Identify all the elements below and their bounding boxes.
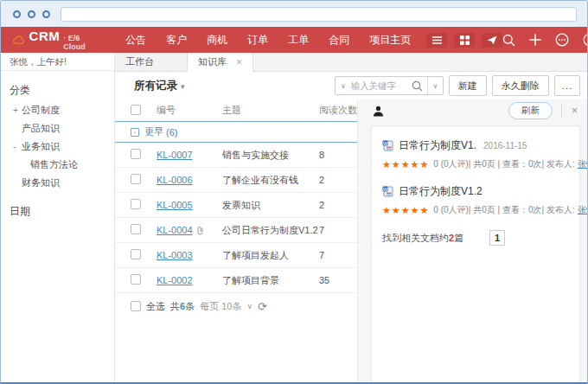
document-result[interactable]: W 日常行为制度V1.2 ★★★★★ 0 (0人评)| 共0页 | 查看：0次|… bbox=[382, 184, 569, 216]
table-header: 编号 主题 阅读次数 bbox=[115, 99, 357, 121]
new-button[interactable]: 新建 bbox=[449, 75, 487, 96]
window-control-dot[interactable] bbox=[42, 10, 50, 18]
document-title[interactable]: 日常行为制度V1. bbox=[399, 138, 476, 153]
refresh-button[interactable]: 刷新 bbox=[508, 102, 553, 119]
document-title[interactable]: 日常行为制度V1.2 bbox=[399, 184, 483, 199]
group-row-earlier[interactable]: - 更早 (6) bbox=[115, 121, 357, 143]
nav-item-workorders[interactable]: 工单 bbox=[288, 33, 309, 48]
row-checkbox[interactable] bbox=[131, 149, 141, 159]
tab-workbench[interactable]: 工作台 bbox=[115, 53, 188, 71]
record-number-link[interactable]: KL-0006 bbox=[157, 175, 193, 185]
table-row[interactable]: KL-0005 发票知识 2 bbox=[115, 193, 357, 218]
category-tree: + 公司制度 产品知识 - 业务知识 销售方法论 财务知识 bbox=[1, 101, 114, 192]
nav-item-project-home[interactable]: 项目主页 bbox=[369, 33, 411, 48]
table-row[interactable]: KL-0007 销售与实施交接 8 bbox=[115, 143, 357, 168]
document-result[interactable]: W 日常行为制度V1. 2016-11-15 ★★★★★ 0 (0人评)| 共0… bbox=[382, 138, 569, 170]
refresh-list-icon[interactable]: ⟳ bbox=[258, 300, 267, 313]
record-number-link[interactable]: KL-0005 bbox=[157, 200, 193, 210]
search-options-chevron-icon[interactable]: ∨ bbox=[427, 77, 443, 94]
detail-panel: 刷新 × W 日常行为制度V1. 2016-11-15 ★★★★★ bbox=[364, 99, 587, 382]
tree-item-label: 业务知识 bbox=[22, 140, 60, 153]
window-controls bbox=[13, 10, 50, 18]
app-logo[interactable]: CRM · E/6 Cloud bbox=[13, 29, 91, 51]
result-summary: 找到相关文档约2篇 1 bbox=[382, 230, 569, 246]
tree-item-finance-knowledge[interactable]: 财务知识 bbox=[1, 174, 114, 192]
panel-close-icon[interactable]: × bbox=[561, 104, 587, 118]
record-subject: 了解项目发起人 bbox=[222, 249, 319, 262]
address-bar[interactable] bbox=[61, 7, 577, 22]
collapse-group-icon[interactable]: - bbox=[131, 128, 139, 137]
publisher-link[interactable]: 张悦 bbox=[578, 158, 588, 170]
attachment-icon bbox=[196, 226, 204, 235]
cloud-logo-icon bbox=[13, 35, 25, 46]
row-checkbox[interactable] bbox=[131, 249, 141, 259]
pagination-page-1[interactable]: 1 bbox=[489, 230, 505, 246]
tab-bar: 工作台 知识库 × bbox=[115, 53, 587, 72]
page-size-chevron-icon[interactable]: ∨ bbox=[246, 302, 252, 310]
select-all-checkbox[interactable] bbox=[131, 105, 141, 115]
tree-item-label: 公司制度 bbox=[22, 104, 60, 117]
record-number-link[interactable]: KL-0003 bbox=[157, 250, 193, 260]
table-row[interactable]: KL-0003 了解项目发起人 7 bbox=[115, 243, 357, 268]
add-icon[interactable] bbox=[529, 34, 541, 46]
list-toolbar: 所有记录▾ ∨ ∨ 新建 永久删除 ... bbox=[115, 72, 587, 99]
header-quick-buttons bbox=[426, 33, 502, 48]
sidebar-section-date[interactable]: 日期 bbox=[1, 192, 114, 222]
row-checkbox[interactable] bbox=[131, 199, 141, 209]
tab-knowledge-base[interactable]: 知识库 × bbox=[188, 53, 253, 72]
publisher-link[interactable]: 张悦 bbox=[578, 204, 588, 216]
record-number-link[interactable]: KL-0004 bbox=[157, 225, 193, 235]
rating-stars-icon: ★★★★★ bbox=[382, 205, 429, 216]
table-row[interactable]: KL-0006 了解企业有没有钱 2 bbox=[115, 168, 357, 193]
browser-window: CRM · E/6 Cloud 公告 客户 商机 订单 工单 合同 项目主页 bbox=[0, 0, 588, 384]
record-subject: 了解企业有没有钱 bbox=[222, 174, 319, 187]
list-scrollbar[interactable] bbox=[357, 99, 364, 382]
more-actions-button[interactable]: ... bbox=[554, 75, 580, 96]
menu-list-button[interactable] bbox=[426, 33, 447, 48]
page-size-selector[interactable]: 每页 10条 bbox=[200, 300, 241, 313]
window-control-dot[interactable] bbox=[13, 10, 21, 18]
tab-bar-spacer bbox=[253, 53, 587, 71]
search-icon[interactable] bbox=[502, 34, 515, 47]
more-options-icon[interactable] bbox=[555, 33, 569, 47]
window-control-dot[interactable] bbox=[28, 10, 35, 18]
list-footer: 全选 共6条 每页 10条 ∨ ⟳ bbox=[115, 293, 357, 319]
collapse-icon[interactable]: - bbox=[13, 142, 22, 151]
row-checkbox[interactable] bbox=[131, 224, 141, 234]
tree-item-product-knowledge[interactable]: 产品知识 bbox=[1, 119, 114, 138]
tree-item-company-policy[interactable]: + 公司制度 bbox=[1, 101, 114, 119]
nav-item-customers[interactable]: 客户 bbox=[166, 33, 187, 48]
row-checkbox[interactable] bbox=[131, 174, 141, 184]
content-area: 张悦，上午好! 分类 + 公司制度 产品知识 - 业务知识 销售方法论 bbox=[1, 53, 587, 382]
result-text: 找到相关文档约2篇 bbox=[382, 232, 463, 245]
select-all-checkbox[interactable] bbox=[131, 301, 141, 311]
nav-item-opportunities[interactable]: 商机 bbox=[207, 33, 227, 48]
nav-item-orders[interactable]: 订单 bbox=[247, 33, 268, 48]
nav-item-announcements[interactable]: 公告 bbox=[125, 33, 146, 48]
view-selector[interactable]: 所有记录▾ bbox=[134, 79, 185, 93]
column-header-subject[interactable]: 主题 bbox=[222, 104, 319, 117]
table-row[interactable]: KL-0002 了解项目背景 35 bbox=[115, 268, 357, 293]
record-reads: 35 bbox=[319, 275, 357, 285]
record-list: 编号 主题 阅读次数 - 更早 (6) KL-0007 销售与实施交接 8 bbox=[115, 99, 357, 382]
search-submit[interactable] bbox=[408, 80, 427, 92]
record-number-link[interactable]: KL-0007 bbox=[157, 150, 193, 160]
sidebar-section-category[interactable]: 分类 bbox=[1, 71, 114, 101]
app-header: CRM · E/6 Cloud 公告 客户 商机 订单 工单 合同 项目主页 bbox=[1, 27, 587, 53]
tree-item-sales-methodology[interactable]: 销售方法论 bbox=[1, 156, 114, 174]
apps-grid-button[interactable] bbox=[454, 33, 475, 48]
record-number-link[interactable]: KL-0002 bbox=[157, 275, 193, 285]
tab-close-icon[interactable]: × bbox=[227, 56, 242, 68]
send-button[interactable] bbox=[482, 33, 502, 48]
permanent-delete-button[interactable]: 永久删除 bbox=[492, 75, 549, 96]
search-scope-chevron-icon[interactable]: ∨ bbox=[336, 82, 351, 90]
expand-icon[interactable]: + bbox=[13, 106, 22, 115]
table-row[interactable]: KL-0004 公司日常行为制度V1.2 7 bbox=[115, 218, 357, 243]
recent-clock-icon[interactable] bbox=[583, 33, 588, 47]
tree-item-business-knowledge[interactable]: - 业务知识 bbox=[1, 138, 114, 156]
nav-item-contracts[interactable]: 合同 bbox=[329, 33, 349, 48]
search-input[interactable] bbox=[351, 80, 408, 91]
column-header-number[interactable]: 编号 bbox=[157, 104, 222, 117]
column-header-reads[interactable]: 阅读次数 bbox=[319, 104, 357, 117]
row-checkbox[interactable] bbox=[131, 274, 141, 285]
